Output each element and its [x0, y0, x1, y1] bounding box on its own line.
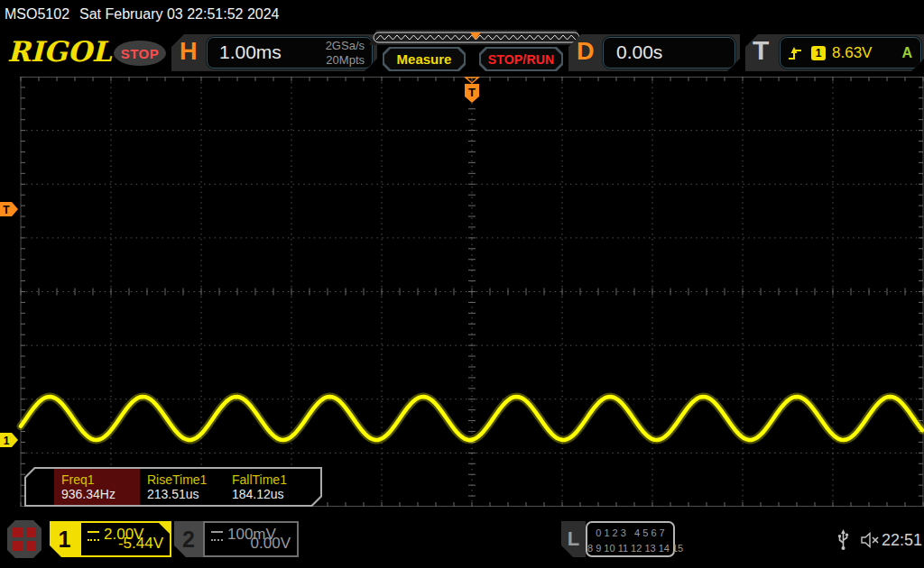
- measurement-freq1[interactable]: Freq1 936.34Hz: [54, 469, 140, 505]
- measurement-panel[interactable]: Freq1 936.34Hz RiseTime1 213.51us FallTi…: [24, 467, 322, 507]
- measurement-value: 213.51us: [147, 487, 199, 501]
- delay-value: 0.00s: [616, 41, 662, 63]
- usb-icon: [837, 529, 849, 551]
- trigger-label: T: [753, 35, 769, 66]
- stop-run-button-label: STOP/RUN: [481, 49, 561, 69]
- sample-rate: 2GSa/s: [326, 39, 365, 52]
- svg-text:T: T: [468, 86, 476, 99]
- delay-settings-box[interactable]: D 0.00s: [568, 34, 740, 71]
- svg-text:T: T: [3, 204, 10, 216]
- run-state-badge[interactable]: STOP: [114, 41, 166, 66]
- logic-row-0-7: 0 1 2 3 4 5 6 7: [587, 526, 673, 541]
- grid-square-icon: [26, 541, 36, 551]
- memory-depth: 20Mpts: [326, 53, 365, 67]
- measurement-risetime1[interactable]: RiseTime1 213.51us: [140, 469, 225, 505]
- channel1-tab[interactable]: 1: [50, 521, 79, 557]
- channel1-status-box[interactable]: 2.00V -5.44V: [79, 521, 171, 557]
- trigger-level-value: 8.63V: [832, 44, 872, 62]
- speaker-muted-icon: [861, 532, 881, 548]
- trigger-box[interactable]: 1 8.63V A: [780, 37, 921, 69]
- rigol-logo: RIGOL: [7, 35, 112, 68]
- datetime-text: Sat February 03 22:51:52 2024: [79, 6, 280, 23]
- measurement-value: 184.12us: [232, 487, 284, 501]
- overview-zigzag-icon: [373, 32, 580, 43]
- measure-button-label: Measure: [384, 49, 464, 69]
- measurement-label: Freq1: [61, 472, 95, 487]
- trigger-source-badge: 1: [811, 46, 826, 60]
- measurement-falltime1[interactable]: FallTime1 184.12us: [225, 469, 311, 505]
- dc-coupling-icon: [211, 531, 223, 541]
- logic-channels-tab[interactable]: L: [561, 521, 586, 557]
- channel1-corner-flag: [159, 523, 170, 534]
- timebase-value: 1.00ms: [219, 41, 282, 63]
- model-name: MSO5102: [5, 6, 69, 23]
- horizontal-label: H: [180, 38, 198, 66]
- rising-edge-trigger-icon: [788, 45, 802, 61]
- logic-channels-box[interactable]: 0 1 2 3 4 5 6 7 8 9 10 11 12 13 14 15: [586, 521, 675, 557]
- dc-coupling-icon: [88, 531, 99, 541]
- channel2-tab[interactable]: 2: [174, 521, 203, 557]
- measurement-label: FallTime1: [232, 472, 287, 487]
- measure-button[interactable]: Measure: [383, 47, 466, 71]
- oscilloscope-screen: MSO5102 Sat February 03 22:51:52 2024 RI…: [0, 0, 924, 568]
- trigger-sweep-mode: A: [901, 45, 912, 61]
- grid-square-icon: [13, 527, 23, 537]
- channel2-offset: 0.00V: [251, 535, 291, 553]
- grid-square-icon: [13, 541, 23, 551]
- delay-box[interactable]: 0.00s: [603, 37, 735, 69]
- measurement-value: 936.34Hz: [61, 487, 116, 501]
- clock-text: 22:51: [882, 531, 922, 550]
- svg-text:1: 1: [4, 435, 10, 447]
- menu-grid-icon[interactable]: [7, 520, 42, 558]
- measurement-panel-inner: Freq1 936.34Hz RiseTime1 213.51us FallTi…: [26, 469, 320, 505]
- logic-row-8-15: 8 9 10 11 12 13 14 15: [587, 541, 673, 556]
- measurement-label: RiseTime1: [147, 472, 207, 487]
- channel2-status-box[interactable]: 100mV 0.00V: [203, 521, 299, 557]
- scope-display[interactable]: TT1: [0, 77, 924, 508]
- stop-run-button[interactable]: STOP/RUN: [479, 47, 563, 71]
- status-icons: 22:51: [836, 526, 924, 556]
- horizontal-settings-box[interactable]: H 1.00ms 2GSa/s20Mpts: [171, 34, 377, 71]
- grid-square-icon: [26, 527, 36, 537]
- channel1-offset: -5.44V: [118, 535, 163, 553]
- delay-label: D: [577, 38, 595, 66]
- trigger-settings-box[interactable]: T 1 8.63V A: [745, 34, 924, 71]
- timebase-box[interactable]: 1.00ms 2GSa/s20Mpts: [207, 37, 373, 69]
- memory-waveform-overview[interactable]: [369, 30, 584, 45]
- top-info-bar: MSO5102 Sat February 03 22:51:52 2024: [0, 0, 924, 29]
- samplerate-memdepth: 2GSa/s20Mpts: [326, 39, 365, 68]
